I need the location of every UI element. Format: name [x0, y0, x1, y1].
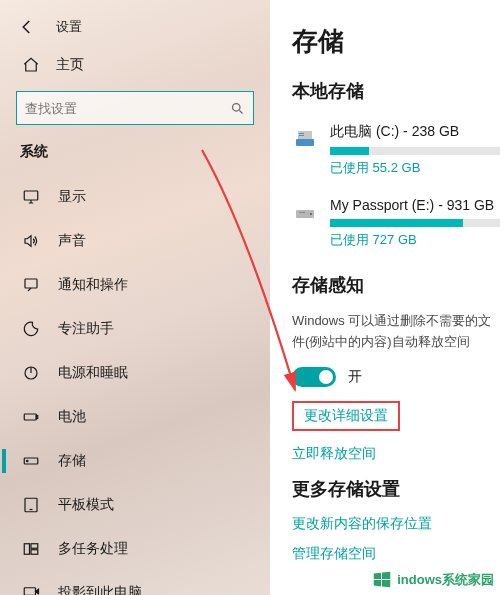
search-box[interactable]	[16, 91, 254, 125]
search-icon	[229, 100, 245, 116]
svg-rect-4	[24, 414, 36, 420]
change-detail-link[interactable]: 更改详细设置	[292, 401, 400, 431]
nav-item-label: 声音	[58, 232, 86, 250]
free-now-link[interactable]: 立即释放空间	[292, 445, 500, 463]
drive-row-c[interactable]: 此电脑 (C:) - 238 GB 已使用 55.2 GB	[292, 117, 500, 187]
battery-icon	[22, 408, 40, 426]
svg-rect-10	[31, 544, 38, 549]
local-storage-heading: 本地存储	[292, 79, 500, 103]
drive-used-link[interactable]: 已使用 727 GB	[330, 231, 500, 249]
nav-item-multi[interactable]: 多任务处理	[0, 527, 270, 571]
nav-item-label: 显示	[58, 188, 86, 206]
svg-rect-13	[296, 139, 314, 146]
home-icon	[22, 56, 40, 74]
svg-rect-15	[299, 133, 304, 134]
svg-rect-19	[299, 212, 305, 213]
svg-point-0	[232, 103, 240, 111]
window-title: 设置	[56, 18, 82, 36]
nav-home-label: 主页	[56, 56, 84, 74]
nav-list: 显示声音通知和操作专注助手电源和睡眠电池存储平板模式多任务处理投影到此电脑体验共…	[0, 175, 270, 595]
nav-item-tablet[interactable]: 平板模式	[0, 483, 270, 527]
nav-item-label: 平板模式	[58, 496, 114, 514]
drive-usage-bar	[330, 219, 500, 227]
storage-icon	[22, 452, 40, 470]
search-input[interactable]	[25, 101, 229, 116]
toggle-label: 开	[348, 368, 362, 386]
svg-point-7	[27, 460, 29, 462]
nav-item-label: 多任务处理	[58, 540, 128, 558]
storage-sense-toggle[interactable]	[292, 367, 336, 387]
nav-item-label: 专注助手	[58, 320, 114, 338]
svg-rect-1	[24, 191, 38, 200]
nav-item-label: 通知和操作	[58, 276, 128, 294]
display-icon	[22, 188, 40, 206]
change-save-location-link[interactable]: 更改新内容的保存位置	[292, 515, 500, 533]
nav-item-battery[interactable]: 电池	[0, 395, 270, 439]
nav-item-storage[interactable]: 存储	[0, 439, 270, 483]
nav-item-label: 存储	[58, 452, 86, 470]
sound-icon	[22, 232, 40, 250]
focus-icon	[22, 320, 40, 338]
nav-item-sound[interactable]: 声音	[0, 219, 270, 263]
svg-rect-9	[24, 544, 29, 555]
tablet-icon	[22, 496, 40, 514]
storage-sense-desc: Windows 可以通过删除不需要的文件(例站中的内容)自动释放空间	[292, 311, 500, 353]
drive-usage-bar	[330, 147, 500, 155]
settings-nav-pane: 设置 主页 系统 显示声音通知和操作专注助手电源和睡眠电池存储平板模式多任务处理…	[0, 0, 270, 595]
nav-item-label: 电源和睡眠	[58, 364, 128, 382]
svg-rect-2	[25, 279, 37, 288]
project-icon	[22, 584, 40, 595]
more-storage-heading: 更多存储设置	[292, 477, 500, 501]
content-pane: 存储 本地存储 此电脑 (C:) - 238 GB 已使用 55.2 GB My…	[270, 0, 500, 595]
nav-section-title: 系统	[0, 143, 270, 175]
page-title: 存储	[292, 24, 500, 59]
drive-icon-local	[292, 125, 318, 151]
nav-home[interactable]: 主页	[0, 46, 270, 86]
nav-item-label: 投影到此电脑	[58, 584, 142, 595]
nav-item-notify[interactable]: 通知和操作	[0, 263, 270, 307]
storage-sense-heading: 存储感知	[292, 273, 500, 297]
nav-item-focus[interactable]: 专注助手	[0, 307, 270, 351]
drive-row-e[interactable]: My Passport (E:) - 931 GB 已使用 727 GB	[292, 191, 500, 259]
nav-item-display[interactable]: 显示	[0, 175, 270, 219]
svg-rect-12	[24, 588, 35, 595]
back-icon[interactable]	[18, 18, 36, 36]
manage-storage-link[interactable]: 管理存储空间	[292, 545, 500, 563]
drive-icon-external	[292, 199, 318, 225]
drive-name: My Passport (E:) - 931 GB	[330, 197, 500, 213]
svg-point-18	[310, 213, 312, 215]
notify-icon	[22, 276, 40, 294]
drive-used-link[interactable]: 已使用 55.2 GB	[330, 159, 500, 177]
watermark: indows系统家园	[371, 569, 494, 591]
drive-name: 此电脑 (C:) - 238 GB	[330, 123, 500, 141]
watermark-text: indows系统家园	[397, 571, 494, 589]
svg-rect-5	[36, 416, 38, 419]
windows-logo-icon	[371, 569, 393, 591]
svg-rect-11	[31, 550, 38, 555]
nav-item-label: 电池	[58, 408, 86, 426]
power-icon	[22, 364, 40, 382]
nav-item-project[interactable]: 投影到此电脑	[0, 571, 270, 595]
svg-rect-16	[299, 135, 304, 136]
multi-icon	[22, 540, 40, 558]
nav-item-power[interactable]: 电源和睡眠	[0, 351, 270, 395]
